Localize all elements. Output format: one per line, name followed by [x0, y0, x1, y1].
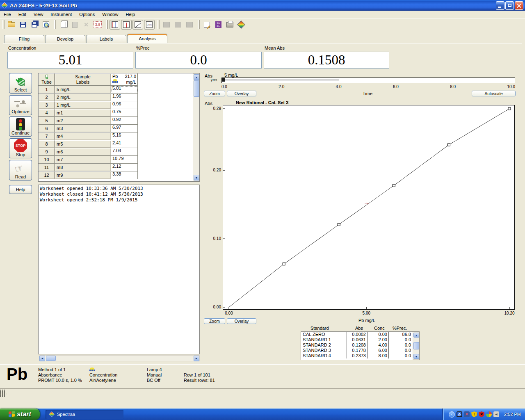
tube-number-cell[interactable]: 6: [39, 125, 55, 132]
restore-button[interactable]: [505, 1, 514, 10]
sample-value-cell[interactable]: 5.16: [111, 132, 138, 140]
sample-value-cell[interactable]: 2.41: [111, 140, 138, 148]
sample-label-cell[interactable]: m7: [55, 156, 111, 164]
sample-label-cell[interactable]: 5 mg/L: [55, 86, 111, 94]
labels-column-header[interactable]: SampleLabels: [55, 73, 111, 86]
autoscale-button[interactable]: Autoscale: [472, 91, 516, 96]
page-tab[interactable]: Develop: [45, 35, 85, 43]
sample-row[interactable]: 6 m3 6.97: [39, 125, 199, 132]
open-worksheet-button[interactable]: [6, 20, 17, 30]
menu-item[interactable]: Instrument: [47, 11, 75, 18]
cal-zoom-button[interactable]: Zoom: [204, 318, 225, 324]
start-button[interactable]: start: [0, 409, 40, 420]
sample-label-cell[interactable]: m8: [55, 164, 111, 171]
sample-label-cell[interactable]: 2 mg/L: [55, 94, 111, 101]
cal-overlay-button[interactable]: Overlay: [227, 318, 256, 324]
show-signal-toggle[interactable]: [121, 20, 132, 30]
sample-value-cell[interactable]: 3.38: [111, 171, 138, 179]
sample-row[interactable]: 10 m7 10.79: [39, 156, 199, 164]
tube-number-cell[interactable]: 4: [39, 109, 55, 117]
scroll-left-button[interactable]: ◄: [39, 356, 45, 361]
page-tab[interactable]: Filing: [4, 35, 44, 43]
scroll-thumb[interactable]: [46, 356, 56, 361]
menu-item[interactable]: Window: [98, 11, 122, 18]
menu-item[interactable]: Edit: [15, 11, 30, 18]
scroll-thumb[interactable]: [194, 80, 199, 97]
close-button[interactable]: [515, 1, 523, 10]
scroll-down-button[interactable]: ▼: [194, 175, 199, 180]
worksheet-tab[interactable]: 5-28-13 Soil Pb Mcneese 04: [2, 389, 3, 397]
sample-value-cell[interactable]: 6.97: [111, 125, 138, 132]
print-button[interactable]: [224, 20, 235, 30]
select-button[interactable]: Select: [9, 73, 32, 94]
scroll-down-button[interactable]: ▼: [413, 354, 419, 359]
standard-row[interactable]: CAL ZERO 0.0002 0.00 86.8: [301, 332, 413, 337]
sample-row[interactable]: 2 2 mg/L 1.96: [39, 94, 199, 101]
element-button[interactable]: CuPb: [213, 20, 224, 30]
report-settings-button[interactable]: [201, 20, 212, 30]
standards-scrollbar[interactable]: ▲ ▼: [413, 332, 419, 360]
calibration-plot[interactable]: [223, 105, 515, 310]
sample-row[interactable]: 11 m8 2.12: [39, 164, 199, 171]
tube-number-cell[interactable]: 7: [39, 132, 55, 140]
show-calibration-toggle[interactable]: [132, 20, 143, 30]
standard-row[interactable]: STANDARD 2 0.1208 4.00 0.0: [301, 342, 413, 348]
sample-label-cell[interactable]: m2: [55, 117, 111, 125]
tube-column-header[interactable]: Tube: [39, 73, 55, 86]
sample-label-cell[interactable]: m5: [55, 140, 111, 148]
sample-value-cell[interactable]: 0.96: [111, 101, 138, 109]
sample-row[interactable]: 8 m5 2.41: [39, 140, 199, 148]
tube-number-cell[interactable]: 3: [39, 101, 55, 109]
trace-zoom-button[interactable]: Zoom: [204, 91, 225, 96]
worksheet-tab[interactable]: MPH 503_Water 4-24-14 Pb 02: [4, 389, 5, 397]
show-log-toggle[interactable]: LOG: [144, 20, 155, 30]
taskbar-item-spectraa[interactable]: Spectraa: [46, 410, 123, 419]
continue-button[interactable]: Continue: [9, 116, 32, 137]
menu-item[interactable]: View: [30, 11, 47, 18]
scroll-up-button[interactable]: ▲: [413, 333, 419, 338]
tube-number-cell[interactable]: 2: [39, 94, 55, 101]
security-warning-icon[interactable]: !: [471, 411, 477, 417]
page-tab[interactable]: Analysis: [127, 34, 167, 43]
sample-label-cell[interactable]: 1 mg/L: [55, 101, 111, 109]
tube-number-cell[interactable]: 9: [39, 148, 55, 156]
browse-button[interactable]: [41, 20, 51, 30]
copy-button[interactable]: [58, 20, 68, 30]
trace-overlay-button[interactable]: Overlay: [227, 91, 256, 96]
sample-row[interactable]: 12 m9 3.38: [39, 171, 199, 179]
sample-row[interactable]: 3 1 mg/L 0.96: [39, 101, 199, 109]
analyte-column-header[interactable]: Pb217.0 mg/L: [111, 73, 138, 86]
tube-number-cell[interactable]: 10: [39, 156, 55, 164]
scroll-up-button[interactable]: ▲: [194, 74, 199, 80]
tube-number-cell[interactable]: 1: [39, 86, 55, 94]
sample-row[interactable]: 4 m1 0.75: [39, 109, 199, 117]
sample-row[interactable]: 9 m6 7.04: [39, 148, 199, 156]
menu-item[interactable]: File: [0, 11, 15, 18]
tube-number-cell[interactable]: 5: [39, 117, 55, 125]
help-button[interactable]: Help: [9, 185, 32, 194]
volume-tray-icon[interactable]: ◄: [493, 411, 499, 417]
worksheet-tab[interactable]: 060614: [0, 389, 1, 397]
tube-number-cell[interactable]: 8: [39, 140, 55, 148]
sample-row[interactable]: 5 m2 0.92: [39, 117, 199, 125]
network-error-tray-icon[interactable]: ✕: [464, 411, 470, 417]
page-tab[interactable]: Labels: [86, 35, 126, 43]
browser-tray-icon[interactable]: [486, 411, 492, 417]
sample-label-cell[interactable]: m9: [55, 171, 111, 179]
sample-value-cell[interactable]: 5.01: [111, 86, 138, 94]
sample-value-cell[interactable]: 7.04: [111, 148, 138, 156]
sample-label-cell[interactable]: m3: [55, 125, 111, 132]
standard-row[interactable]: STANDARD 3 0.1778 6.00 0.0: [301, 348, 413, 353]
accessibility-tray-icon[interactable]: ♿: [457, 411, 462, 417]
sample-row[interactable]: 7 m4 5.16: [39, 132, 199, 140]
sample-value-cell[interactable]: 10.79: [111, 156, 138, 164]
security-error-icon[interactable]: ✕: [479, 411, 484, 417]
sample-value-cell[interactable]: 0.92: [111, 117, 138, 125]
menu-item[interactable]: Help: [122, 11, 139, 18]
sample-label-cell[interactable]: m6: [55, 148, 111, 156]
worksheet-button[interactable]: [236, 20, 247, 30]
stop-button[interactable]: STOP Stop: [9, 138, 32, 158]
sample-table-scrollbar[interactable]: ▲ ▼: [193, 73, 199, 181]
show-table-toggle[interactable]: [110, 20, 120, 30]
hide-icons-chevron[interactable]: ‹: [449, 411, 455, 418]
